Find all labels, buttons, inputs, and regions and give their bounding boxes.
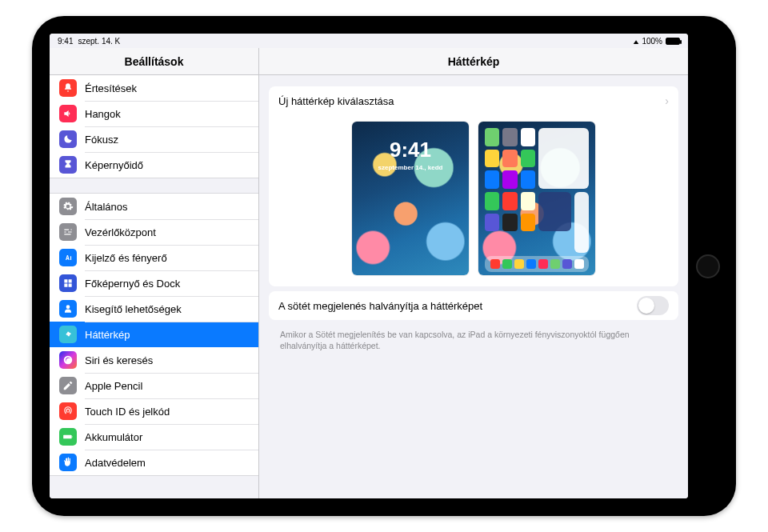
sidebar-item-label: Képernyőidő: [85, 159, 143, 171]
dark-dim-label: A sötét megjelenés halványítja a háttérk…: [278, 300, 482, 312]
sidebar-item-label: Akkumulátor: [85, 431, 142, 443]
sidebar-item-label: Általános: [85, 201, 127, 213]
sliders-icon: [59, 223, 77, 241]
dark-dim-footer: Amikor a Sötét megjelenítés be van kapcs…: [269, 325, 678, 351]
sidebar-item-homescreen[interactable]: Főképernyő és Dock: [50, 270, 258, 296]
battery-icon: [59, 428, 77, 446]
sidebar-item-label: Fókusz: [85, 134, 118, 146]
screen: 9:41 szept. 14. K 100% Beállítások Hátté…: [50, 34, 688, 498]
sidebar-item-pencil[interactable]: Apple Pencil: [50, 373, 258, 398]
fingerprint-icon: [59, 402, 77, 420]
sidebar-item-label: Főképernyő és Dock: [85, 278, 180, 290]
home-screen-preview[interactable]: [478, 122, 595, 275]
person-icon: [59, 300, 77, 318]
sidebar-item-battery[interactable]: Akkumulátor: [50, 424, 258, 450]
sidebar-item-general[interactable]: Általános: [50, 194, 258, 219]
sidebar-title: Beállítások: [50, 48, 259, 74]
sidebar-item-sounds[interactable]: Hangok: [50, 101, 258, 126]
sidebar-item-accessibility[interactable]: Kisegítő lehetőségek: [50, 296, 258, 322]
sidebar-item-label: Kisegítő lehetőségek: [85, 303, 182, 315]
sidebar-item-label: Touch ID és jelkód: [85, 406, 170, 418]
lock-screen-preview[interactable]: 9:41 szeptember 14., kedd: [352, 122, 469, 275]
sidebar-item-label: Háttérkép: [85, 329, 130, 341]
siri-icon: [59, 351, 77, 369]
sidebar-item-label: Kijelző és fényerő: [85, 252, 167, 264]
settings-sidebar[interactable]: ÉrtesítésekHangokFókuszKépernyőidőÁltalá…: [50, 75, 259, 498]
sidebar-item-label: Értesítések: [85, 82, 137, 94]
home-button[interactable]: [696, 254, 720, 278]
lock-preview-time: 9:41: [352, 138, 469, 162]
ipad-frame: 9:41 szept. 14. K 100% Beállítások Hátté…: [32, 16, 736, 516]
title-bar: Beállítások Háttérkép: [50, 48, 688, 75]
sidebar-item-label: Hangok: [85, 108, 121, 120]
gear-icon: [59, 198, 77, 215]
dark-dim-toggle[interactable]: [637, 296, 669, 315]
sidebar-item-privacy[interactable]: Adatvédelem: [50, 450, 258, 475]
battery-icon: [666, 38, 680, 45]
sidebar-item-wallpaper[interactable]: Háttérkép: [50, 322, 258, 347]
statusbar-date: szept. 14. K: [78, 37, 120, 46]
aa-icon: [59, 249, 77, 266]
flower-icon: [59, 326, 77, 343]
bell-icon: [59, 79, 77, 97]
sidebar-item-controlcenter[interactable]: Vezérlőközpont: [50, 219, 258, 245]
choose-new-wallpaper[interactable]: Új háttérkép kiválasztása ›: [269, 86, 678, 115]
sidebar-item-display[interactable]: Kijelző és fényerő: [50, 245, 258, 270]
chevron-right-icon: ›: [665, 94, 669, 107]
dark-dim-card: A sötét megjelenés halványítja a háttérk…: [269, 291, 678, 320]
wallpaper-card: Új háttérkép kiválasztása › 9:41 szeptem…: [269, 86, 678, 286]
sidebar-item-notifications[interactable]: Értesítések: [50, 75, 258, 101]
dark-dim-row[interactable]: A sötét megjelenés halványítja a háttérk…: [269, 291, 678, 320]
sidebar-item-focus[interactable]: Fókusz: [50, 126, 258, 152]
pencil-icon: [59, 377, 77, 394]
wifi-icon: [633, 37, 639, 46]
speaker-icon: [59, 105, 77, 122]
choose-new-wallpaper-label: Új háttérkép kiválasztása: [278, 95, 394, 107]
moon-icon: [59, 130, 77, 148]
sidebar-item-siri[interactable]: Siri és keresés: [50, 347, 258, 373]
sidebar-item-label: Vezérlőközpont: [85, 226, 156, 238]
hand-icon: [59, 454, 77, 471]
lock-preview-date: szeptember 14., kedd: [352, 164, 469, 171]
sidebar-item-screentime[interactable]: Képernyőidő: [50, 152, 258, 178]
wallpaper-detail: Új háttérkép kiválasztása › 9:41 szeptem…: [259, 75, 688, 498]
sidebar-item-label: Siri és keresés: [85, 354, 153, 366]
status-bar: 9:41 szept. 14. K 100%: [50, 34, 688, 48]
battery-percent: 100%: [642, 37, 662, 46]
hourglass-icon: [59, 156, 77, 174]
sidebar-item-label: Adatvédelem: [85, 457, 146, 469]
sidebar-item-label: Apple Pencil: [85, 380, 142, 392]
statusbar-time: 9:41: [58, 37, 73, 46]
detail-title: Háttérkép: [259, 48, 688, 74]
grid-icon: [59, 274, 77, 292]
sidebar-item-touchid[interactable]: Touch ID és jelkód: [50, 398, 258, 424]
